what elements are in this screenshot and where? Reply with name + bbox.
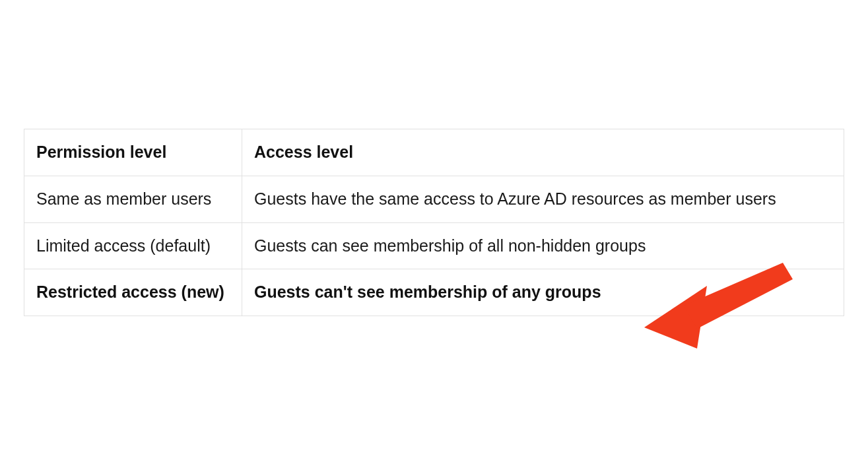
cell-access: Guests can see membership of all non-hid… <box>242 222 844 269</box>
table-row: Restricted access (new) Guests can't see… <box>24 269 844 316</box>
column-header-access: Access level <box>242 129 844 176</box>
permission-access-table: Permission level Access level Same as me… <box>24 129 844 316</box>
column-header-permission: Permission level <box>24 129 242 176</box>
permission-access-table-container: Permission level Access level Same as me… <box>24 129 844 316</box>
table-header-row: Permission level Access level <box>24 129 844 176</box>
cell-access: Guests have the same access to Azure AD … <box>242 176 844 222</box>
cell-permission: Same as member users <box>24 176 242 222</box>
table-row: Limited access (default) Guests can see … <box>24 222 844 269</box>
table-row: Same as member users Guests have the sam… <box>24 176 844 222</box>
cell-access: Guests can't see membership of any group… <box>242 269 844 316</box>
cell-permission: Restricted access (new) <box>24 269 242 316</box>
cell-permission: Limited access (default) <box>24 222 242 269</box>
